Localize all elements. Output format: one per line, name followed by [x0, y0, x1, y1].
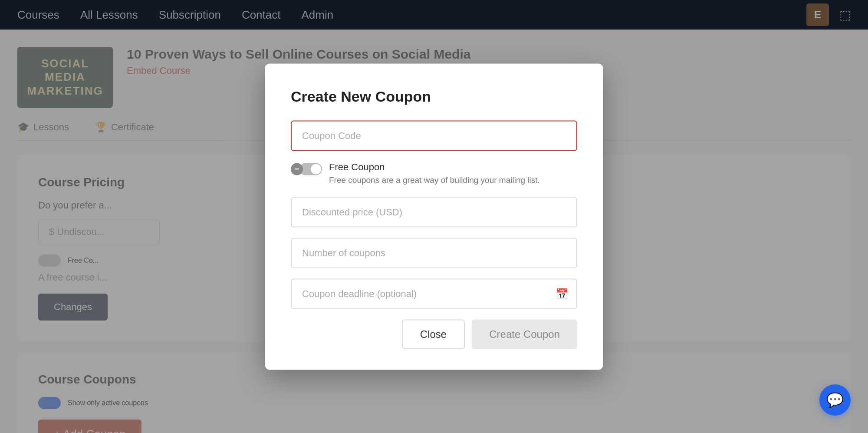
chat-button[interactable]: 💬 — [819, 384, 851, 416]
num-coupons-input[interactable] — [291, 238, 577, 268]
modal-footer: Close Create Coupon — [291, 319, 577, 349]
create-coupon-modal: Create New Coupon − Free Coupon Free cou… — [265, 63, 603, 370]
create-coupon-button[interactable]: Create Coupon — [472, 319, 577, 349]
discounted-price-wrapper — [291, 197, 577, 227]
coupon-deadline-input[interactable] — [291, 278, 577, 309]
calendar-icon: 📅 — [556, 288, 569, 300]
modal-title: Create New Coupon — [291, 88, 577, 105]
free-coupon-toggle-section: − Free Coupon Free coupons are a great w… — [291, 161, 577, 185]
free-coupon-modal-label: Free Coupon — [329, 161, 540, 172]
discounted-price-input[interactable] — [291, 197, 577, 227]
chat-icon: 💬 — [826, 392, 844, 408]
free-coupon-text: Free Coupon Free coupons are a great way… — [329, 161, 540, 185]
toggle-group: − — [291, 163, 322, 175]
toggle-knob — [311, 164, 321, 174]
num-coupons-wrapper — [291, 238, 577, 268]
close-button[interactable]: Close — [402, 319, 465, 349]
minus-icon: − — [291, 163, 303, 175]
free-coupon-modal-desc: Free coupons are a great way of building… — [329, 175, 540, 185]
deadline-wrapper: 📅 — [291, 278, 577, 309]
coupon-code-input[interactable] — [291, 120, 577, 151]
